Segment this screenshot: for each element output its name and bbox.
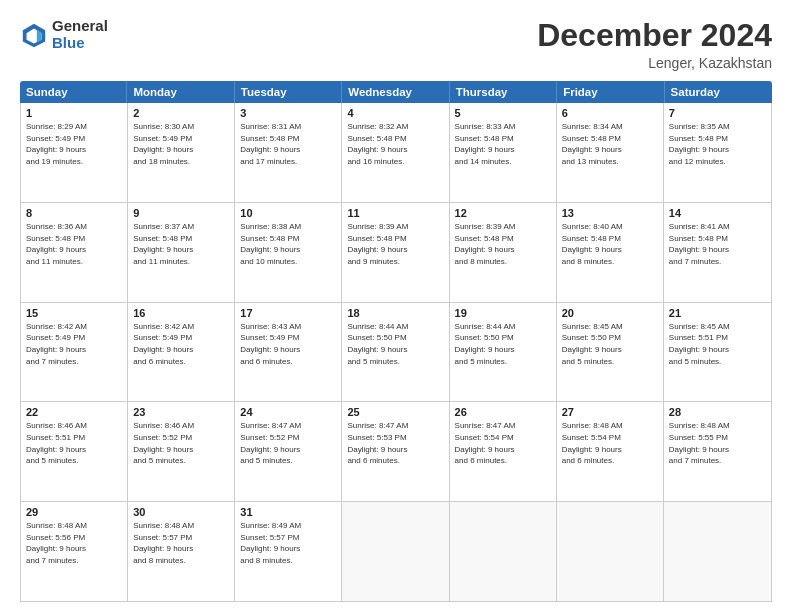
cell-dec29: 29 Sunrise: 8:48 AMSunset: 5:56 PMDaylig… bbox=[21, 502, 128, 601]
cell-text: Sunrise: 8:47 AMSunset: 5:54 PMDaylight:… bbox=[455, 420, 551, 466]
day-num: 29 bbox=[26, 506, 122, 518]
cell-dec28: 28 Sunrise: 8:48 AMSunset: 5:55 PMDaylig… bbox=[664, 402, 771, 501]
day-num: 18 bbox=[347, 307, 443, 319]
main-title: December 2024 bbox=[537, 18, 772, 53]
title-block: December 2024 Lenger, Kazakhstan bbox=[537, 18, 772, 71]
calendar: Sunday Monday Tuesday Wednesday Thursday… bbox=[20, 81, 772, 602]
cell-dec12: 12 Sunrise: 8:39 AMSunset: 5:48 PMDaylig… bbox=[450, 203, 557, 302]
logo: General Blue bbox=[20, 18, 108, 51]
cell-dec9: 9 Sunrise: 8:37 AMSunset: 5:48 PMDayligh… bbox=[128, 203, 235, 302]
day-num: 2 bbox=[133, 107, 229, 119]
day-num: 3 bbox=[240, 107, 336, 119]
cell-text: Sunrise: 8:39 AMSunset: 5:48 PMDaylight:… bbox=[455, 221, 551, 267]
day-num: 8 bbox=[26, 207, 122, 219]
cell-dec11: 11 Sunrise: 8:39 AMSunset: 5:48 PMDaylig… bbox=[342, 203, 449, 302]
cell-text: Sunrise: 8:45 AMSunset: 5:51 PMDaylight:… bbox=[669, 321, 766, 367]
cell-empty-3 bbox=[557, 502, 664, 601]
calendar-page: General Blue December 2024 Lenger, Kazak… bbox=[0, 0, 792, 612]
cell-text: Sunrise: 8:48 AMSunset: 5:56 PMDaylight:… bbox=[26, 520, 122, 566]
cell-dec23: 23 Sunrise: 8:46 AMSunset: 5:52 PMDaylig… bbox=[128, 402, 235, 501]
day-num: 12 bbox=[455, 207, 551, 219]
logo-general: General bbox=[52, 18, 108, 35]
day-num: 17 bbox=[240, 307, 336, 319]
logo-icon bbox=[20, 21, 48, 49]
cell-text: Sunrise: 8:30 AMSunset: 5:49 PMDaylight:… bbox=[133, 121, 229, 167]
cell-text: Sunrise: 8:29 AMSunset: 5:49 PMDaylight:… bbox=[26, 121, 122, 167]
day-num: 21 bbox=[669, 307, 766, 319]
cell-dec22: 22 Sunrise: 8:46 AMSunset: 5:51 PMDaylig… bbox=[21, 402, 128, 501]
col-wednesday: Wednesday bbox=[342, 81, 449, 103]
cell-dec26: 26 Sunrise: 8:47 AMSunset: 5:54 PMDaylig… bbox=[450, 402, 557, 501]
logo-text: General Blue bbox=[52, 18, 108, 51]
col-thursday: Thursday bbox=[450, 81, 557, 103]
header: General Blue December 2024 Lenger, Kazak… bbox=[20, 18, 772, 71]
cell-dec17: 17 Sunrise: 8:43 AMSunset: 5:49 PMDaylig… bbox=[235, 303, 342, 402]
day-num: 15 bbox=[26, 307, 122, 319]
day-num: 23 bbox=[133, 406, 229, 418]
cell-dec19: 19 Sunrise: 8:44 AMSunset: 5:50 PMDaylig… bbox=[450, 303, 557, 402]
week-2: 8 Sunrise: 8:36 AMSunset: 5:48 PMDayligh… bbox=[21, 203, 771, 303]
cell-dec1: 1 Sunrise: 8:29 AMSunset: 5:49 PMDayligh… bbox=[21, 103, 128, 202]
cell-dec30: 30 Sunrise: 8:48 AMSunset: 5:57 PMDaylig… bbox=[128, 502, 235, 601]
cell-text: Sunrise: 8:33 AMSunset: 5:48 PMDaylight:… bbox=[455, 121, 551, 167]
cell-dec21: 21 Sunrise: 8:45 AMSunset: 5:51 PMDaylig… bbox=[664, 303, 771, 402]
day-num: 10 bbox=[240, 207, 336, 219]
col-tuesday: Tuesday bbox=[235, 81, 342, 103]
logo-blue: Blue bbox=[52, 35, 108, 52]
cell-text: Sunrise: 8:35 AMSunset: 5:48 PMDaylight:… bbox=[669, 121, 766, 167]
col-friday: Friday bbox=[557, 81, 664, 103]
cell-dec6: 6 Sunrise: 8:34 AMSunset: 5:48 PMDayligh… bbox=[557, 103, 664, 202]
cell-dec13: 13 Sunrise: 8:40 AMSunset: 5:48 PMDaylig… bbox=[557, 203, 664, 302]
cell-text: Sunrise: 8:36 AMSunset: 5:48 PMDaylight:… bbox=[26, 221, 122, 267]
calendar-body: 1 Sunrise: 8:29 AMSunset: 5:49 PMDayligh… bbox=[20, 103, 772, 602]
cell-text: Sunrise: 8:39 AMSunset: 5:48 PMDaylight:… bbox=[347, 221, 443, 267]
cell-empty-1 bbox=[342, 502, 449, 601]
col-monday: Monday bbox=[127, 81, 234, 103]
day-num: 22 bbox=[26, 406, 122, 418]
cell-text: Sunrise: 8:44 AMSunset: 5:50 PMDaylight:… bbox=[347, 321, 443, 367]
day-num: 14 bbox=[669, 207, 766, 219]
day-num: 19 bbox=[455, 307, 551, 319]
cell-dec24: 24 Sunrise: 8:47 AMSunset: 5:52 PMDaylig… bbox=[235, 402, 342, 501]
cell-text: Sunrise: 8:45 AMSunset: 5:50 PMDaylight:… bbox=[562, 321, 658, 367]
cell-dec14: 14 Sunrise: 8:41 AMSunset: 5:48 PMDaylig… bbox=[664, 203, 771, 302]
cell-empty-4 bbox=[664, 502, 771, 601]
day-num: 1 bbox=[26, 107, 122, 119]
cell-dec15: 15 Sunrise: 8:42 AMSunset: 5:49 PMDaylig… bbox=[21, 303, 128, 402]
week-5: 29 Sunrise: 8:48 AMSunset: 5:56 PMDaylig… bbox=[21, 502, 771, 601]
day-num: 6 bbox=[562, 107, 658, 119]
cell-dec4: 4 Sunrise: 8:32 AMSunset: 5:48 PMDayligh… bbox=[342, 103, 449, 202]
cell-text: Sunrise: 8:31 AMSunset: 5:48 PMDaylight:… bbox=[240, 121, 336, 167]
col-sunday: Sunday bbox=[20, 81, 127, 103]
cell-text: Sunrise: 8:44 AMSunset: 5:50 PMDaylight:… bbox=[455, 321, 551, 367]
week-4: 22 Sunrise: 8:46 AMSunset: 5:51 PMDaylig… bbox=[21, 402, 771, 502]
day-num: 7 bbox=[669, 107, 766, 119]
week-1: 1 Sunrise: 8:29 AMSunset: 5:49 PMDayligh… bbox=[21, 103, 771, 203]
cell-text: Sunrise: 8:34 AMSunset: 5:48 PMDaylight:… bbox=[562, 121, 658, 167]
cell-dec8: 8 Sunrise: 8:36 AMSunset: 5:48 PMDayligh… bbox=[21, 203, 128, 302]
cell-dec3: 3 Sunrise: 8:31 AMSunset: 5:48 PMDayligh… bbox=[235, 103, 342, 202]
cell-text: Sunrise: 8:48 AMSunset: 5:54 PMDaylight:… bbox=[562, 420, 658, 466]
col-saturday: Saturday bbox=[665, 81, 772, 103]
cell-text: Sunrise: 8:37 AMSunset: 5:48 PMDaylight:… bbox=[133, 221, 229, 267]
calendar-header: Sunday Monday Tuesday Wednesday Thursday… bbox=[20, 81, 772, 103]
cell-dec10: 10 Sunrise: 8:38 AMSunset: 5:48 PMDaylig… bbox=[235, 203, 342, 302]
week-3: 15 Sunrise: 8:42 AMSunset: 5:49 PMDaylig… bbox=[21, 303, 771, 403]
cell-text: Sunrise: 8:47 AMSunset: 5:53 PMDaylight:… bbox=[347, 420, 443, 466]
day-num: 16 bbox=[133, 307, 229, 319]
day-num: 31 bbox=[240, 506, 336, 518]
cell-dec7: 7 Sunrise: 8:35 AMSunset: 5:48 PMDayligh… bbox=[664, 103, 771, 202]
cell-text: Sunrise: 8:48 AMSunset: 5:57 PMDaylight:… bbox=[133, 520, 229, 566]
cell-text: Sunrise: 8:41 AMSunset: 5:48 PMDaylight:… bbox=[669, 221, 766, 267]
cell-text: Sunrise: 8:48 AMSunset: 5:55 PMDaylight:… bbox=[669, 420, 766, 466]
cell-dec5: 5 Sunrise: 8:33 AMSunset: 5:48 PMDayligh… bbox=[450, 103, 557, 202]
cell-text: Sunrise: 8:49 AMSunset: 5:57 PMDaylight:… bbox=[240, 520, 336, 566]
cell-text: Sunrise: 8:38 AMSunset: 5:48 PMDaylight:… bbox=[240, 221, 336, 267]
cell-dec18: 18 Sunrise: 8:44 AMSunset: 5:50 PMDaylig… bbox=[342, 303, 449, 402]
cell-text: Sunrise: 8:32 AMSunset: 5:48 PMDaylight:… bbox=[347, 121, 443, 167]
cell-dec25: 25 Sunrise: 8:47 AMSunset: 5:53 PMDaylig… bbox=[342, 402, 449, 501]
cell-text: Sunrise: 8:47 AMSunset: 5:52 PMDaylight:… bbox=[240, 420, 336, 466]
day-num: 26 bbox=[455, 406, 551, 418]
cell-text: Sunrise: 8:43 AMSunset: 5:49 PMDaylight:… bbox=[240, 321, 336, 367]
day-num: 9 bbox=[133, 207, 229, 219]
